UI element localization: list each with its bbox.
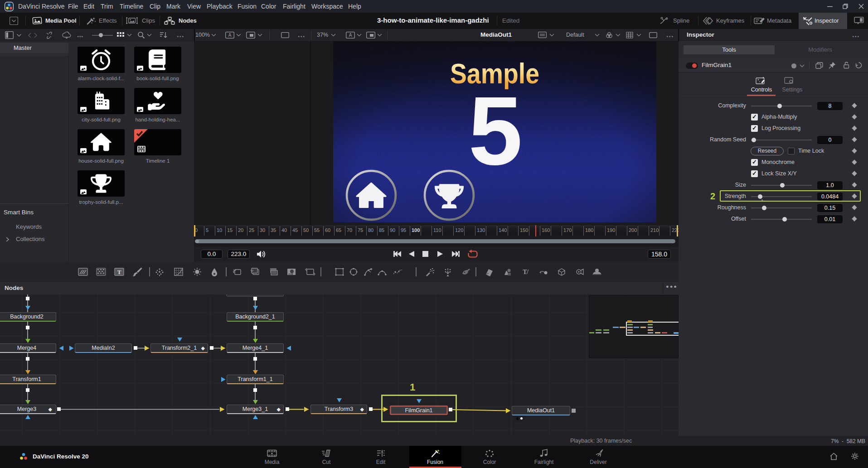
svg-text:T: T (523, 269, 527, 275)
svg-text:A: A (349, 33, 352, 38)
svg-text:A: A (228, 33, 232, 38)
svg-text:T: T (117, 269, 121, 275)
